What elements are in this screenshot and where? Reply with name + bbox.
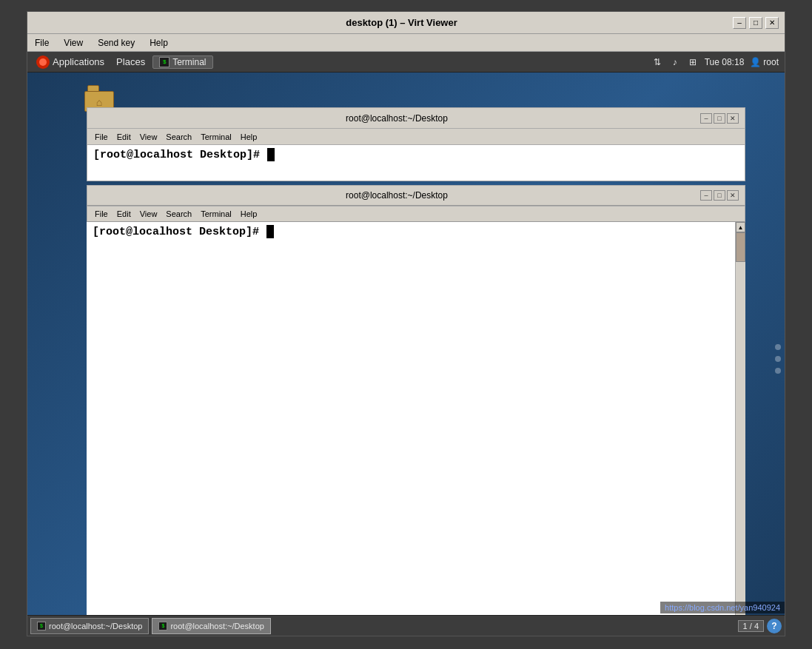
tf-file[interactable]: File	[92, 209, 111, 219]
terminal-back-menubar: File Edit View Search Terminal Help	[87, 128, 745, 144]
taskbar-term-icon-2: $	[158, 622, 167, 630]
tf-search[interactable]: Search	[163, 209, 195, 219]
outer-maximize-button[interactable]: □	[749, 17, 762, 29]
outer-minimize-button[interactable]: –	[733, 17, 746, 29]
network-icon: ⇅	[651, 56, 663, 68]
places-menu[interactable]: Places	[112, 55, 150, 69]
taskbar-item-1[interactable]: $ root@localhost:~/Desktop	[30, 618, 149, 634]
terminal-front-title: root@localhost:~/Desktop	[93, 190, 700, 201]
terminal-back-close[interactable]: ✕	[727, 113, 739, 124]
cursor-front	[266, 225, 274, 238]
tb-view[interactable]: View	[137, 132, 161, 142]
screen-icon: ⊞	[687, 56, 699, 68]
dot-1	[775, 344, 781, 350]
scroll-track	[736, 232, 745, 636]
taskbar-term-icon-1: $	[37, 622, 46, 630]
taskbar-right: 1 / 4 ?	[738, 619, 782, 633]
tf-edit[interactable]: Edit	[114, 209, 134, 219]
terminal-window-back: root@localhost:~/Desktop – □ ✕ File Edit…	[87, 107, 745, 181]
terminal-window-front: root@localhost:~/Desktop – □ ✕ File Edit…	[87, 185, 745, 636]
tb-file[interactable]: File	[92, 132, 111, 142]
bottom-taskbar: $ root@localhost:~/Desktop $ root@localh…	[27, 615, 785, 636]
tf-terminal[interactable]: Terminal	[198, 209, 235, 219]
outer-menu-view[interactable]: View	[59, 36, 87, 50]
user-icon: 👤	[750, 57, 761, 67]
terminal-front-buttons: – □ ✕	[700, 190, 739, 201]
outer-close-button[interactable]: ✕	[765, 17, 779, 29]
tf-help[interactable]: Help	[238, 209, 261, 219]
sound-icon: ♪	[669, 56, 681, 68]
tb-terminal[interactable]: Terminal	[198, 132, 235, 142]
terminal-back-prompt: [root@localhost Desktop]#	[93, 149, 266, 161]
terminal-front-maximize[interactable]: □	[714, 190, 725, 201]
terminal-front-content-area: [root@localhost Desktop]# ▲ ▼	[87, 222, 745, 636]
tf-view[interactable]: View	[137, 209, 161, 219]
tb-edit[interactable]: Edit	[114, 132, 134, 142]
desktop-decoration	[775, 344, 781, 374]
terminal-front-body[interactable]: [root@localhost Desktop]#	[87, 222, 735, 636]
terminal-back-maximize[interactable]: □	[714, 113, 725, 124]
terminal-panel-button[interactable]: $ Terminal	[152, 56, 212, 69]
terminal-panel-icon: $	[159, 57, 170, 67]
cursor-back	[267, 148, 275, 161]
outer-menu-help[interactable]: Help	[145, 36, 172, 50]
terminal-front-close[interactable]: ✕	[727, 190, 739, 201]
panel-right: ⇅ ♪ ⊞ Tue 08:18 👤 root	[645, 56, 785, 68]
terminal-front-prompt: [root@localhost Desktop]#	[93, 226, 266, 238]
scroll-up-button[interactable]: ▲	[736, 222, 745, 232]
outer-titlebar-buttons: – □ ✕	[733, 17, 779, 29]
taskbar-help-button[interactable]: ?	[767, 619, 782, 633]
outer-menu-file[interactable]: File	[30, 36, 53, 50]
panel-time: Tue 08:18	[705, 57, 745, 67]
folder-house-symbol: ⌂	[96, 96, 102, 108]
panel-left: Applications Places $ Terminal	[27, 54, 218, 70]
panel-user: 👤 root	[750, 57, 779, 67]
terminal-back-title: root@localhost:~/Desktop	[93, 113, 700, 124]
terminal-back-body[interactable]: [root@localhost Desktop]#	[87, 144, 745, 181]
applications-icon	[36, 56, 50, 69]
terminal-back-minimize[interactable]: –	[700, 113, 712, 124]
dot-2	[775, 356, 781, 362]
taskbar-counter: 1 / 4	[738, 620, 764, 632]
terminal-back-titlebar: root@localhost:~/Desktop – □ ✕	[87, 107, 745, 128]
terminal-front-minimize[interactable]: –	[700, 190, 712, 201]
outer-menu-sendkey[interactable]: Send key	[93, 36, 139, 50]
outer-title: desktop (1) – Virt Viewer	[70, 17, 733, 28]
desktop-area: Applications Places $ Terminal ⇅ ♪ ⊞ Tue…	[27, 52, 785, 636]
outer-titlebar: desktop (1) – Virt Viewer – □ ✕	[27, 12, 785, 34]
watermark: https://blog.csdn.net/yan940924	[660, 602, 785, 613]
outer-window: desktop (1) – Virt Viewer – □ ✕ File Vie…	[27, 11, 785, 636]
terminal-front-titlebar: root@localhost:~/Desktop – □ ✕	[87, 185, 745, 206]
gnome-panel: Applications Places $ Terminal ⇅ ♪ ⊞ Tue…	[27, 52, 785, 73]
panel-username: root	[763, 57, 779, 67]
applications-menu[interactable]: Applications	[32, 54, 109, 70]
terminal-panel-label: Terminal	[172, 57, 206, 67]
applications-label: Applications	[53, 56, 104, 67]
taskbar-item-1-label: root@localhost:~/Desktop	[49, 622, 142, 630]
outer-menubar: File View Send key Help	[27, 34, 785, 52]
dot-3	[775, 368, 781, 374]
terminal-front-menubar: File Edit View Search Terminal Help	[87, 206, 745, 222]
tb-help[interactable]: Help	[238, 132, 261, 142]
scroll-thumb[interactable]	[736, 232, 745, 262]
terminal-scrollbar[interactable]: ▲ ▼	[735, 222, 745, 636]
taskbar-item-2[interactable]: $ root@localhost:~/Desktop	[152, 618, 270, 634]
tb-search[interactable]: Search	[163, 132, 195, 142]
taskbar-item-2-label: root@localhost:~/Desktop	[170, 622, 264, 630]
terminal-back-buttons: – □ ✕	[700, 113, 739, 124]
